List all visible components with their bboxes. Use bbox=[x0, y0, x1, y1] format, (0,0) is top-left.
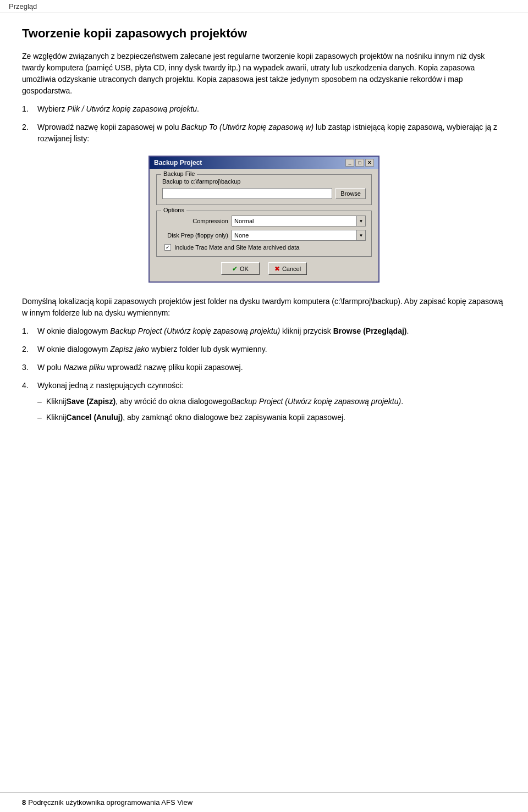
page-title: Tworzenie kopii zapasowych projektów bbox=[22, 26, 506, 41]
top-bar-label: Przegląd bbox=[9, 2, 37, 10]
sub-step-3-content: W polu Nazwa pliku wprowadź nazwę pliku … bbox=[37, 362, 506, 373]
step-1-content: Wybierz Plik / Utwórz kopię zapasową pro… bbox=[37, 103, 506, 115]
step-2: 2. Wprowadź nazwę kopii zapasowej w polu… bbox=[22, 121, 506, 145]
bullet-1-bold: Save (Zapisz) bbox=[67, 396, 116, 407]
step-2-num: 2. bbox=[22, 121, 37, 145]
ok-button[interactable]: ✔ OK bbox=[221, 262, 260, 275]
sub-step-4-num: 4. bbox=[22, 380, 37, 428]
step-2-italic: Backup To (Utwórz kopię zapasową w) bbox=[181, 123, 314, 131]
intro-paragraph: Ze względów związanych z bezpieczeństwem… bbox=[22, 51, 506, 97]
compression-dropdown[interactable]: Normal ▼ bbox=[232, 216, 366, 227]
sub-step-1-bold: Browse (Przeglądaj) bbox=[333, 327, 407, 335]
step-1: 1. Wybierz Plik / Utwórz kopię zapasową … bbox=[22, 103, 506, 115]
step-2-prefix: Wprowadź nazwę kopii zapasowej w polu bbox=[37, 123, 181, 131]
sub-step-1-italic: Backup Project (Utwórz kopię zapasową pr… bbox=[110, 327, 280, 335]
sub-step-4: 4. Wykonaj jedną z następujących czynnoś… bbox=[22, 380, 506, 428]
browse-button[interactable]: Browse bbox=[336, 188, 366, 199]
backup-input[interactable] bbox=[162, 188, 332, 199]
backup-to-label: Backup to c:\farmproj\backup bbox=[162, 178, 366, 185]
step-1-italic: Plik / Utwórz kopię zapasową projektu bbox=[67, 104, 197, 113]
sub-step-4-content: Wykonaj jedną z następujących czynności:… bbox=[37, 380, 506, 428]
sub-step-3: 3. W polu Nazwa pliku wprowadź nazwę pli… bbox=[22, 362, 506, 373]
sub-step-2-content: W oknie dialogowym Zapisz jako wybierz f… bbox=[37, 344, 506, 355]
compression-arrow-icon[interactable]: ▼ bbox=[356, 216, 365, 226]
disk-prep-label: Disk Prep (floppy only) bbox=[162, 232, 228, 239]
compression-row: Compression Normal ▼ bbox=[162, 216, 366, 227]
top-bar: Przegląd bbox=[0, 0, 528, 13]
sub-step-2: 2. W oknie dialogowym Zapisz jako wybier… bbox=[22, 344, 506, 355]
sub-step-1-content: W oknie dialogowym Backup Project (Utwór… bbox=[37, 325, 506, 337]
options-group: Options Compression Normal ▼ Disk Prep (… bbox=[156, 211, 372, 257]
dialog-title: Backup Project bbox=[154, 159, 202, 167]
dialog-close-btn[interactable]: ✕ bbox=[365, 159, 374, 167]
disk-prep-row: Disk Prep (floppy only) None ▼ bbox=[162, 230, 366, 241]
step-1-num: 1. bbox=[22, 103, 37, 115]
step-2-content: Wprowadź nazwę kopii zapasowej w polu Ba… bbox=[37, 121, 506, 145]
compression-label: Compression bbox=[162, 218, 228, 224]
sub-step-4-text: Wykonaj jedną z następujących czynności: bbox=[37, 381, 183, 390]
para-after-dialog: Domyślną lokalizacją kopii zapasowych pr… bbox=[22, 296, 506, 319]
ok-checkmark-icon: ✔ bbox=[232, 265, 238, 273]
dialog-titlebar: Backup Project _ □ ✕ bbox=[150, 157, 378, 169]
step-1-prefix: Wybierz bbox=[37, 104, 67, 113]
ok-label: OK bbox=[240, 266, 249, 272]
dialog-minimize-btn[interactable]: _ bbox=[345, 159, 354, 167]
sub-step-3-italic: Nazwa pliku bbox=[63, 363, 105, 372]
dialog-screenshot: Backup Project _ □ ✕ Backup File Backup … bbox=[22, 156, 506, 283]
dialog-footer: ✔ OK ✖ Cancel bbox=[156, 262, 372, 275]
bullet-sub-list: Kliknij Save (Zapisz), aby wrócić do okn… bbox=[37, 396, 506, 423]
bullet-1-italic: Backup Project (Utwórz kopię zapasową pr… bbox=[231, 396, 401, 407]
bullet-2-bold: Cancel (Anuluj) bbox=[67, 412, 123, 423]
bottom-bar: 8 Podręcznik użytkownika oprogramowania … bbox=[0, 792, 528, 812]
dialog-box: Backup Project _ □ ✕ Backup File Backup … bbox=[148, 156, 380, 283]
include-checkbox[interactable]: ✓ bbox=[164, 244, 171, 251]
sub-step-2-italic: Zapisz jako bbox=[110, 345, 149, 353]
numbered-sub-list: 1. W oknie dialogowym Backup Project (Ut… bbox=[22, 325, 506, 428]
backup-file-label: Backup File bbox=[161, 170, 197, 177]
sub-step-1: 1. W oknie dialogowym Backup Project (Ut… bbox=[22, 325, 506, 337]
compression-value: Normal bbox=[232, 218, 356, 224]
cancel-x-icon: ✖ bbox=[274, 265, 280, 273]
steps-list: 1. Wybierz Plik / Utwórz kopię zapasową … bbox=[22, 103, 506, 145]
bullet-2: Kliknij Cancel (Anuluj), aby zamknąć okn… bbox=[37, 412, 506, 423]
options-label: Options bbox=[161, 207, 186, 213]
bottom-text: Podręcznik użytkownika oprogramowania AF… bbox=[28, 798, 193, 807]
sub-step-3-num: 3. bbox=[22, 362, 37, 373]
backup-input-row: Browse bbox=[162, 188, 366, 199]
disk-prep-value: None bbox=[232, 232, 356, 239]
step-1-suffix: . bbox=[197, 104, 199, 113]
page-number: 8 bbox=[22, 798, 26, 807]
disk-prep-dropdown[interactable]: None ▼ bbox=[232, 230, 366, 241]
cancel-label: Cancel bbox=[282, 266, 301, 272]
main-content: Tworzenie kopii zapasowych projektów Ze … bbox=[0, 13, 528, 467]
dialog-titlebar-buttons: _ □ ✕ bbox=[345, 159, 374, 167]
bullet-1: Kliknij Save (Zapisz), aby wrócić do okn… bbox=[37, 396, 506, 407]
cancel-button[interactable]: ✖ Cancel bbox=[268, 262, 307, 275]
checkbox-label: Include Trac Mate and Site Mate archived… bbox=[174, 244, 299, 251]
sub-step-2-num: 2. bbox=[22, 344, 37, 355]
dialog-maximize-btn[interactable]: □ bbox=[355, 159, 364, 167]
backup-file-group: Backup File Backup to c:\farmproj\backup… bbox=[156, 174, 372, 205]
checkbox-row: ✓ Include Trac Mate and Site Mate archiv… bbox=[164, 244, 366, 251]
sub-step-1-num: 1. bbox=[22, 325, 37, 337]
disk-prep-arrow-icon[interactable]: ▼ bbox=[356, 230, 365, 240]
dialog-body: Backup File Backup to c:\farmproj\backup… bbox=[150, 169, 378, 281]
